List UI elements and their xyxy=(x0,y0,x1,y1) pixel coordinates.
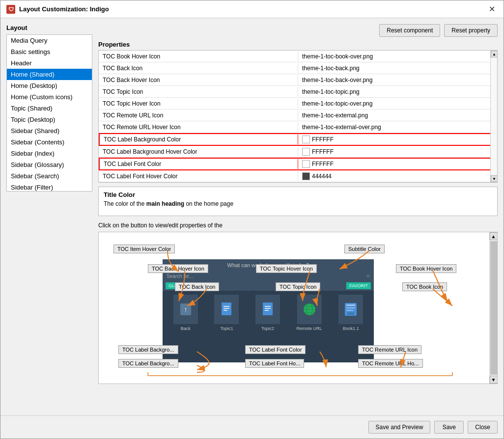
toc-item-back[interactable]: ↑ Back xyxy=(173,295,198,331)
annotation-toc-item-hover-color[interactable]: TOC Item Hover Color xyxy=(113,245,175,253)
reset-component-button[interactable]: Reset component xyxy=(379,24,440,37)
prop-value: FFFFFF xyxy=(298,159,496,169)
search-placeholder-text: Search for... xyxy=(167,274,193,279)
preview-scrollbar[interactable]: ▲ ▼ xyxy=(489,232,497,384)
toc-items-row: ↑ Back xyxy=(163,291,374,335)
prop-row-toc-topic-icon[interactable]: TOC Topic Icon theme-1-toc-topic.png xyxy=(99,86,497,98)
layout-item-home-shared[interactable]: Home (Shared) xyxy=(7,69,92,80)
save-and-preview-button[interactable]: Save and Preview xyxy=(368,421,431,434)
prop-name: TOC Label Font Color xyxy=(100,159,298,169)
scroll-down-button[interactable]: ▼ xyxy=(491,175,498,182)
layout-item-topic-shared[interactable]: Topic (Shared) xyxy=(7,103,92,114)
prop-value: theme-1-toc-book-over.png xyxy=(298,52,497,61)
properties-scrollbar[interactable]: ▲ ▼ xyxy=(490,51,497,182)
svg-text:↑: ↑ xyxy=(184,305,187,313)
close-button[interactable]: Close xyxy=(468,421,498,434)
annotation-toc-book-icon[interactable]: TOC Book Icon xyxy=(402,282,447,291)
annotation-toc-remote-url-icon[interactable]: TOC Remote URL Icon xyxy=(358,345,421,354)
prop-value: theme-1-toc-topic-over.png xyxy=(298,99,497,109)
prop-name: TOC Label Background Hover Color xyxy=(99,147,298,157)
description-text: The color of the main heading on the hom… xyxy=(104,200,492,207)
preview-scroll-down[interactable]: ▼ xyxy=(490,376,498,384)
prop-row-toc-label-bg-color[interactable]: TOC Label Background Color FFFFFF xyxy=(99,133,497,146)
properties-table[interactable]: TOC Book Hover Icon theme-1-toc-book-ove… xyxy=(98,50,498,183)
layout-item-home-desktop[interactable]: Home (Desktop) xyxy=(7,80,92,91)
app-icon: 🛡 xyxy=(6,5,15,14)
toc-item-topic2[interactable]: Topic2 xyxy=(255,295,280,331)
annotation-subtitle-color[interactable]: Subtitle Color xyxy=(344,245,385,253)
layout-item-sidebar-filter[interactable]: Sidebar (Filter) xyxy=(7,182,92,192)
layout-item-sidebar-shared[interactable]: Sidebar (Shared) xyxy=(7,125,92,137)
color-swatch xyxy=(302,160,310,168)
toc-item-remote[interactable]: Remote URL xyxy=(297,295,322,331)
preview-outer: What can we help you with today? Search … xyxy=(98,232,498,384)
toc-topic1-label: Topic1 xyxy=(220,326,233,331)
annotation-toc-book-hover-icon[interactable]: TOC Book Hover Icon xyxy=(396,264,456,273)
svg-rect-18 xyxy=(346,310,353,311)
prop-value: FFFFFF xyxy=(298,146,497,157)
window-title: Layout Customization: Indigo xyxy=(19,5,109,13)
prop-name: TOC Topic Hover Icon xyxy=(99,99,298,109)
layout-item-sidebar-contents[interactable]: Sidebar (Contents) xyxy=(7,137,92,148)
scroll-up-button[interactable]: ▲ xyxy=(491,51,498,57)
desc-text-before: The color of the xyxy=(104,200,146,207)
prop-value: FFFFFF xyxy=(298,134,496,145)
toolbar: Reset component Reset property xyxy=(98,24,498,37)
preview-scroll-up[interactable]: ▲ xyxy=(490,232,498,240)
layout-item-sidebar-search[interactable]: Sidebar (Search) xyxy=(7,170,92,182)
properties-section: Properties TOC Book Hover Icon theme-1-t… xyxy=(98,41,498,183)
layout-item-media-query[interactable]: Media Query xyxy=(7,35,92,46)
search-icon: ○ xyxy=(366,273,370,279)
save-button[interactable]: Save xyxy=(434,421,464,434)
layout-item-home-custom[interactable]: Home (Custom icons) xyxy=(7,91,92,103)
annotation-toc-label-bg2[interactable]: TOC Label Backgro... xyxy=(118,359,178,368)
prop-row-toc-remote-url-icon[interactable]: TOC Remote URL Icon theme-1-toc-external… xyxy=(99,110,497,121)
toc-item-topic1[interactable]: Topic1 xyxy=(214,295,239,331)
layout-title: Layout xyxy=(6,24,92,31)
svg-rect-17 xyxy=(346,307,355,308)
prop-row-toc-label-bg-hover-color[interactable]: TOC Label Background Hover Color FFFFFF xyxy=(99,146,497,158)
reset-property-button[interactable]: Reset property xyxy=(444,24,498,37)
prop-row-toc-label-font-color[interactable]: TOC Label Font Color FFFFFF xyxy=(99,158,497,170)
topic2-icon xyxy=(261,302,275,317)
prop-value: theme-1-toc-external-over.png xyxy=(298,122,497,132)
layout-list[interactable]: Media Query Basic settings Header Home (… xyxy=(6,34,92,192)
toc-topic2-label: Topic2 xyxy=(261,326,274,331)
annotation-toc-topic-hover-icon[interactable]: TOC Topic Hover Icon xyxy=(256,264,317,273)
prop-row-toc-book-hover-icon[interactable]: TOC Book Hover Icon theme-1-toc-book-ove… xyxy=(99,51,497,62)
prop-name: TOC Label Font Hover Color xyxy=(99,171,298,181)
toc-back-label: Back xyxy=(181,326,191,331)
layout-item-topic-desktop[interactable]: Topic (Desktop) xyxy=(7,114,92,125)
preview-scroll-thumb[interactable] xyxy=(490,241,497,375)
svg-rect-2 xyxy=(222,302,231,315)
toc-item-book[interactable]: Book1.1 xyxy=(338,295,363,331)
preview-section: Click on the button to view/edit propert… xyxy=(98,222,498,410)
svg-rect-6 xyxy=(263,302,273,315)
main-window: 🛡 Layout Customization: Indigo ✕ Layout … xyxy=(0,0,504,439)
toc-tab-favorit[interactable]: FAVORIT xyxy=(346,282,371,289)
annotation-toc-label-font-hover[interactable]: TOC Label Font Ho... xyxy=(245,359,304,368)
close-window-button[interactable]: ✕ xyxy=(486,3,498,15)
annotation-toc-back-hover-icon[interactable]: TOC Back Hover Icon xyxy=(148,264,208,273)
prop-value: 444444 xyxy=(298,171,497,182)
color-swatch xyxy=(302,172,310,180)
layout-item-sidebar-glossary[interactable]: Sidebar (Glossary) xyxy=(7,159,92,170)
prop-row-toc-topic-hover-icon[interactable]: TOC Topic Hover Icon theme-1-toc-topic-o… xyxy=(99,98,497,110)
prop-row-toc-label-font-hover-color[interactable]: TOC Label Font Hover Color 444444 xyxy=(99,170,497,182)
prop-row-toc-back-icon[interactable]: TOC Back Icon theme-1-toc-back.png xyxy=(99,62,497,74)
annotation-toc-topic-icon[interactable]: TOC Topic Icon xyxy=(276,282,320,291)
prop-row-toc-back-hover-icon[interactable]: TOC Back Hover Icon theme-1-toc-back-ove… xyxy=(99,74,497,86)
globe-icon xyxy=(302,302,317,317)
annotation-toc-back-icon[interactable]: TOC Back Icon xyxy=(175,282,219,291)
annotation-toc-remote-url-hover[interactable]: TOC Remote URL Ho... xyxy=(358,359,423,368)
back-arrow-icon: ↑ xyxy=(179,302,193,317)
prop-row-toc-remote-url-hover-icon[interactable]: TOC Remote URL Hover Icon theme-1-toc-ex… xyxy=(99,121,497,133)
prop-name: TOC Back Hover Icon xyxy=(99,75,298,85)
layout-item-sidebar-index[interactable]: Sidebar (Index) xyxy=(7,148,92,159)
prop-value: theme-1-toc-back.png xyxy=(298,63,497,73)
annotation-toc-label-font-color[interactable]: TOC Label Font Color xyxy=(245,345,306,354)
layout-item-basic-settings[interactable]: Basic settings xyxy=(7,46,92,57)
main-content: Layout Media Query Basic settings Header… xyxy=(0,18,504,415)
layout-item-header[interactable]: Header xyxy=(7,57,92,69)
annotation-toc-label-bg[interactable]: TOC Label Backgro... xyxy=(118,345,178,354)
